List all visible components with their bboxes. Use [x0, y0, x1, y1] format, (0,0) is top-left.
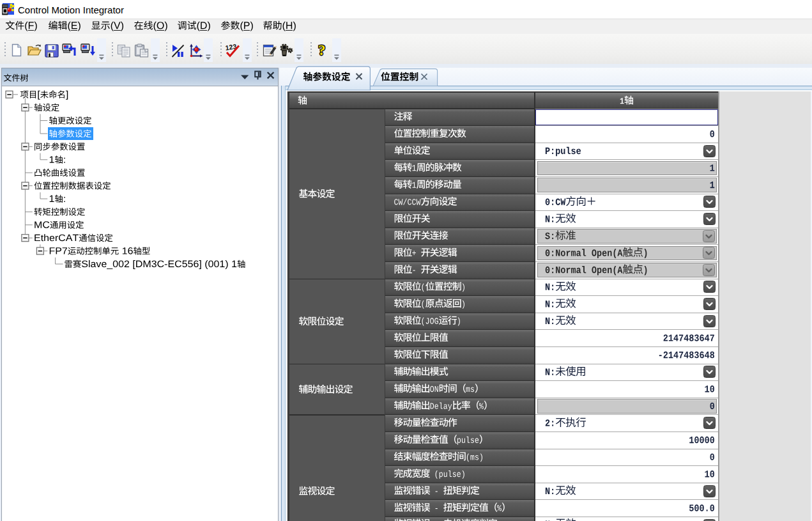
svg-text:?: ?	[318, 43, 326, 58]
